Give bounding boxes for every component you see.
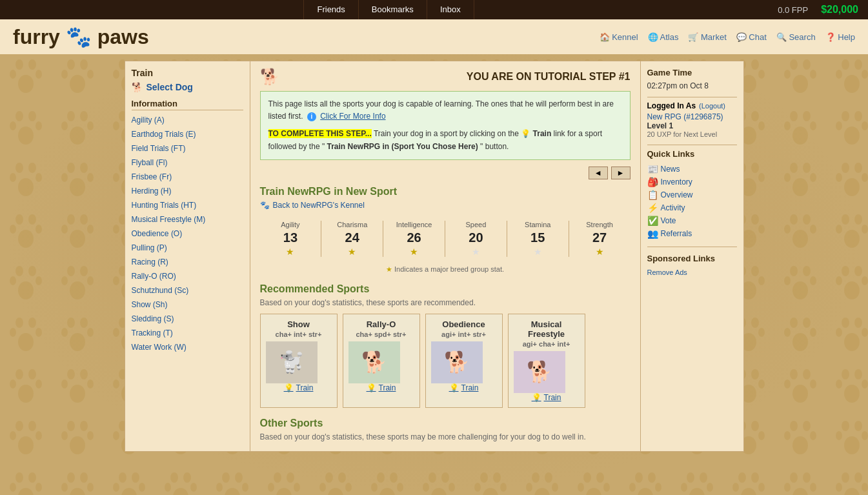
sidebar-item-flyball[interactable]: Flyball (Fl) [132, 156, 243, 170]
friends-link[interactable]: Friends [303, 0, 358, 19]
select-dog-link[interactable]: 🐕 Select Dog [132, 82, 243, 92]
sponsored-label: Sponsored Links [647, 254, 737, 263]
train-bulb-show: 💡 [284, 383, 294, 392]
money-display: $20,000 [821, 4, 858, 15]
sidebar-item-agility[interactable]: Agility (A) [132, 113, 243, 127]
obedience-dog-image: 🐕 [431, 341, 483, 383]
show-stats: cha+ int+ str+ [266, 330, 332, 338]
dog-icon: 🐕 [132, 82, 143, 92]
bookmarks-link[interactable]: Bookmarks [359, 0, 427, 19]
click-for-more-link[interactable]: Click For More Info [320, 112, 385, 121]
sidebar-item-pulling[interactable]: Pulling (P) [132, 241, 243, 255]
stat-strength-star: ★ [572, 247, 627, 257]
top-navigation: Friends Bookmarks Inbox 0.0 FPP $20,000 [0, 0, 868, 19]
atlas-nav-link[interactable]: 🌐 Atlas [648, 32, 679, 42]
quick-link-vote: ✅ Vote [647, 214, 737, 227]
help-nav-link[interactable]: ❓ Help [825, 32, 855, 42]
vote-icon: ✅ [647, 216, 658, 226]
game-time-value: 02:27pm on Oct 8 [647, 81, 737, 90]
sidebar-item-tracking[interactable]: Tracking (T) [132, 326, 243, 340]
tutorial-prev-button[interactable]: ◄ [589, 167, 608, 179]
info-icon: i [307, 112, 316, 121]
news-link[interactable]: News [661, 165, 680, 174]
quick-links-section: Quick Links 📰 News 🎒 Inventory 📋 Overvie… [647, 149, 737, 240]
complete-step-label: TO COMPLETE THIS STEP... [268, 129, 372, 138]
section-title: Train NewRPG in New Sport [260, 186, 631, 197]
quick-link-referrals: 👥 Referrals [647, 227, 737, 240]
sport-cards: Show cha+ int+ str+ 🐩 💡 Train Rally-O ch… [260, 314, 631, 408]
sidebar-item-water-work[interactable]: Water Work (W) [132, 340, 243, 354]
stat-agility: Agility 13 ★ [260, 217, 321, 260]
rally-stats: cha+ spd+ str+ [348, 330, 414, 338]
tutorial-text1: This page lists all the sports your dog … [268, 98, 622, 123]
sidebar-item-schutzhund[interactable]: Schutzhund (Sc) [132, 283, 243, 298]
stat-intelligence: Intelligence 26 ★ [383, 217, 445, 260]
obedience-train-link[interactable]: 💡 Train [431, 383, 497, 392]
activity-link[interactable]: Activity [661, 203, 685, 212]
stat-speed-star: ★ [449, 247, 503, 257]
chat-nav-link[interactable]: 💬 Chat [736, 32, 767, 42]
other-sports-title: Other Sports [260, 418, 631, 429]
logged-in-section: Logged In As (Logout) New RPG (#1296875)… [647, 101, 737, 138]
quick-link-inventory: 🎒 Inventory [647, 176, 737, 188]
show-train-link[interactable]: 💡 Train [266, 383, 332, 392]
sport-card-freestyle: Musical Freestyle agi+ cha+ int+ 🐕 💡 Tra… [508, 314, 585, 408]
logged-in-label: Logged In As [647, 101, 696, 110]
stat-charisma-star: ★ [325, 247, 379, 257]
sport-card-obedience: Obedience agi+ int+ str+ 🐕 💡 Train [425, 314, 503, 408]
market-nav-link[interactable]: 🛒 Market [688, 32, 726, 42]
overview-link[interactable]: Overview [661, 190, 693, 199]
main-wrapper: Train 🐕 Select Dog Information Agility (… [125, 61, 744, 452]
inbox-link[interactable]: Inbox [427, 0, 474, 19]
logged-in-header: Logged In As (Logout) [647, 101, 737, 110]
sidebar-item-show[interactable]: Show (Sh) [132, 298, 243, 312]
sidebar-item-frisbee[interactable]: Frisbee (Fr) [132, 170, 243, 184]
sidebar-item-field-trials[interactable]: Field Trials (FT) [132, 141, 243, 156]
referrals-link[interactable]: Referrals [661, 229, 692, 238]
tutorial-nav: ◄ ► [260, 167, 631, 179]
sidebar-divider-2 [647, 145, 737, 145]
sidebar-item-hunting-trials[interactable]: Hunting Trials (HT) [132, 198, 243, 212]
show-dog-image: 🐩 [266, 341, 318, 383]
sidebar-item-herding[interactable]: Herding (H) [132, 184, 243, 198]
right-sidebar: Game Time 02:27pm on Oct 8 Logged In As … [641, 61, 744, 452]
inventory-link[interactable]: Inventory [661, 177, 692, 187]
rally-train-link[interactable]: 💡 Train [348, 383, 414, 392]
tutorial-next-button[interactable]: ► [611, 167, 631, 179]
search-nav-link[interactable]: 🔍 Search [776, 32, 816, 42]
user-level: Level 1 [647, 121, 737, 130]
train-bulb-freestyle: 💡 [532, 393, 541, 402]
fpp-display: 0.0 FPP [778, 5, 808, 15]
bulb-icon: 💡 [521, 129, 532, 138]
recommended-subtitle: Based on your dog's statistics, these sp… [260, 298, 631, 307]
quick-link-news: 📰 News [647, 163, 737, 176]
logout-link[interactable]: (Logout) [699, 102, 725, 110]
kennel-nav-link[interactable]: 🏠 Kennel [600, 32, 638, 42]
other-sports-section: Other Sports Based on your dog's statist… [260, 418, 631, 441]
sidebar-item-obedience[interactable]: Obedience (O) [132, 227, 243, 241]
quick-link-activity: ⚡ Activity [647, 201, 737, 214]
freestyle-dog-image: 🐕 [514, 351, 565, 393]
sidebar-item-sledding[interactable]: Sledding (S) [132, 312, 243, 326]
top-nav-links: Friends Bookmarks Inbox [0, 0, 778, 19]
username: New RPG (#1296875) [647, 112, 737, 121]
vote-link[interactable]: Vote [661, 216, 676, 225]
sport-card-rally: Rally-O cha+ spd+ str+ 🐕 💡 Train [343, 314, 420, 408]
sidebar-item-racing[interactable]: Racing (R) [132, 255, 243, 269]
sidebar-item-musical-freestyle[interactable]: Musical Freestyle (M) [132, 212, 243, 227]
back-to-kennel-link[interactable]: 🐾 Back to NewRPG's Kennel [260, 201, 631, 210]
sidebar-item-rally-o[interactable]: Rally-O (RO) [132, 269, 243, 283]
quick-link-overview: 📋 Overview [647, 188, 737, 201]
tutorial-title: YOU ARE ON TUTORIAL STEP #1 [289, 71, 631, 83]
sidebar-divider-3 [647, 247, 737, 247]
paw-back-icon: 🐾 [260, 201, 270, 210]
obedience-stats: agi+ int+ str+ [431, 330, 497, 338]
freestyle-train-link[interactable]: 💡 Train [514, 393, 580, 402]
quick-links-label: Quick Links [647, 149, 737, 159]
stat-agility-star: ★ [263, 247, 318, 257]
sidebar-item-earthdog[interactable]: Earthdog Trials (E) [132, 127, 243, 141]
remove-ads-link[interactable]: Remove Ads [647, 268, 687, 276]
recommended-section: Recommended Sports Based on your dog's s… [260, 283, 631, 408]
stat-stamina-star: ★ [510, 247, 565, 257]
recommended-title: Recommended Sports [260, 283, 631, 295]
